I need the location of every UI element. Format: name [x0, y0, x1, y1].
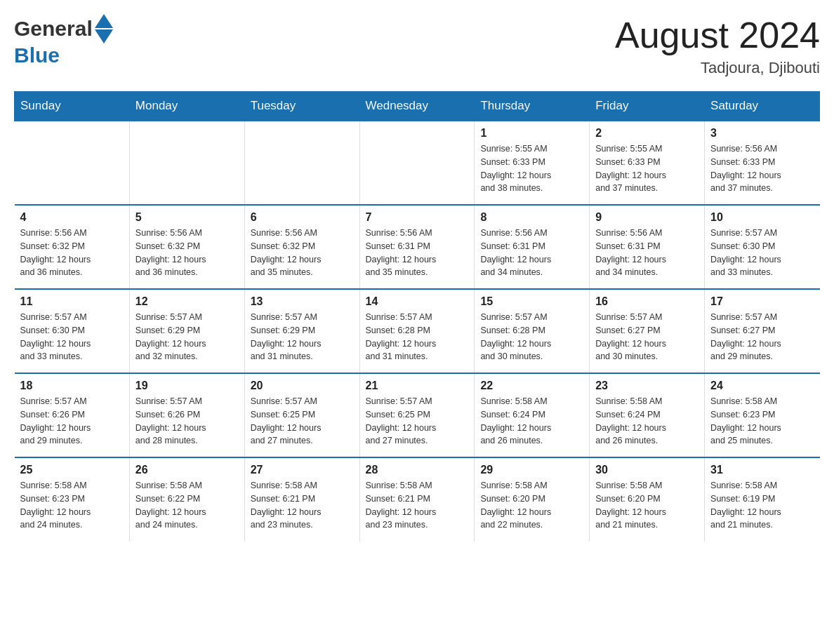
day-cell-19: 19Sunrise: 5:57 AMSunset: 6:26 PMDayligh…	[129, 373, 244, 457]
day-info: Sunrise: 5:57 AMSunset: 6:26 PMDaylight:…	[135, 395, 239, 448]
day-info: Sunrise: 5:57 AMSunset: 6:30 PMDaylight:…	[710, 227, 814, 279]
day-cell-13: 13Sunrise: 5:57 AMSunset: 6:29 PMDayligh…	[244, 289, 359, 373]
day-info: Sunrise: 5:58 AMSunset: 6:24 PMDaylight:…	[595, 395, 699, 448]
day-info: Sunrise: 5:57 AMSunset: 6:27 PMDaylight:…	[710, 311, 814, 363]
day-info: Sunrise: 5:57 AMSunset: 6:26 PMDaylight:…	[20, 395, 124, 448]
day-number: 8	[480, 211, 583, 224]
logo: General Blue	[14, 14, 113, 67]
day-info: Sunrise: 5:56 AMSunset: 6:31 PMDaylight:…	[595, 227, 699, 279]
day-info: Sunrise: 5:57 AMSunset: 6:27 PMDaylight:…	[595, 311, 699, 363]
day-number: 21	[366, 380, 469, 392]
day-cell-24: 24Sunrise: 5:58 AMSunset: 6:23 PMDayligh…	[705, 373, 820, 457]
logo-general-text: General	[14, 17, 93, 41]
calendar-header-row: SundayMondayTuesdayWednesdayThursdayFrid…	[15, 92, 820, 121]
day-info: Sunrise: 5:57 AMSunset: 6:30 PMDaylight:…	[20, 311, 124, 363]
day-cell-26: 26Sunrise: 5:58 AMSunset: 6:22 PMDayligh…	[129, 457, 244, 542]
logo-blue-text: Blue	[14, 43, 60, 67]
day-cell-4: 4Sunrise: 5:56 AMSunset: 6:32 PMDaylight…	[15, 205, 130, 289]
day-cell-6: 6Sunrise: 5:56 AMSunset: 6:32 PMDaylight…	[244, 205, 359, 289]
day-cell-11: 11Sunrise: 5:57 AMSunset: 6:30 PMDayligh…	[15, 289, 130, 373]
day-cell-27: 27Sunrise: 5:58 AMSunset: 6:21 PMDayligh…	[244, 457, 359, 542]
day-cell-21: 21Sunrise: 5:57 AMSunset: 6:25 PMDayligh…	[359, 373, 475, 457]
week-row-1: 1Sunrise: 5:55 AMSunset: 6:33 PMDaylight…	[15, 121, 820, 205]
day-info: Sunrise: 5:55 AMSunset: 6:33 PMDaylight:…	[595, 142, 699, 195]
day-info: Sunrise: 5:55 AMSunset: 6:33 PMDaylight:…	[480, 142, 583, 195]
day-number: 10	[710, 211, 814, 224]
day-info: Sunrise: 5:57 AMSunset: 6:25 PMDaylight:…	[366, 395, 469, 448]
day-cell-10: 10Sunrise: 5:57 AMSunset: 6:30 PMDayligh…	[705, 205, 820, 289]
title-area: August 2024 Tadjoura, Djibouti	[615, 14, 820, 77]
day-cell-empty	[129, 121, 244, 205]
day-cell-12: 12Sunrise: 5:57 AMSunset: 6:29 PMDayligh…	[129, 289, 244, 373]
day-info: Sunrise: 5:58 AMSunset: 6:23 PMDaylight:…	[710, 395, 814, 448]
day-info: Sunrise: 5:56 AMSunset: 6:33 PMDaylight:…	[710, 142, 814, 195]
day-number: 18	[20, 380, 124, 392]
day-info: Sunrise: 5:57 AMSunset: 6:29 PMDaylight:…	[251, 311, 354, 363]
day-info: Sunrise: 5:58 AMSunset: 6:19 PMDaylight:…	[710, 479, 814, 532]
day-cell-empty	[15, 121, 130, 205]
day-cell-15: 15Sunrise: 5:57 AMSunset: 6:28 PMDayligh…	[475, 289, 590, 373]
day-number: 14	[366, 295, 469, 308]
week-row-3: 11Sunrise: 5:57 AMSunset: 6:30 PMDayligh…	[15, 289, 820, 373]
day-number: 17	[710, 295, 814, 308]
day-cell-22: 22Sunrise: 5:58 AMSunset: 6:24 PMDayligh…	[475, 373, 590, 457]
header-monday: Monday	[129, 92, 244, 121]
day-info: Sunrise: 5:57 AMSunset: 6:28 PMDaylight:…	[480, 311, 583, 363]
day-info: Sunrise: 5:56 AMSunset: 6:32 PMDaylight:…	[251, 227, 354, 279]
day-number: 30	[595, 464, 699, 476]
day-cell-17: 17Sunrise: 5:57 AMSunset: 6:27 PMDayligh…	[705, 289, 820, 373]
header-sunday: Sunday	[15, 92, 130, 121]
day-cell-23: 23Sunrise: 5:58 AMSunset: 6:24 PMDayligh…	[590, 373, 705, 457]
day-number: 1	[480, 127, 583, 140]
calendar-table: SundayMondayTuesdayWednesdayThursdayFrid…	[14, 91, 820, 542]
day-number: 27	[251, 464, 354, 476]
day-cell-5: 5Sunrise: 5:56 AMSunset: 6:32 PMDaylight…	[129, 205, 244, 289]
day-cell-3: 3Sunrise: 5:56 AMSunset: 6:33 PMDaylight…	[705, 121, 820, 205]
header-wednesday: Wednesday	[359, 92, 475, 121]
day-number: 11	[20, 295, 124, 308]
day-cell-18: 18Sunrise: 5:57 AMSunset: 6:26 PMDayligh…	[15, 373, 130, 457]
day-number: 5	[135, 211, 239, 224]
day-number: 23	[595, 380, 699, 392]
calendar-subtitle: Tadjoura, Djibouti	[615, 59, 820, 77]
day-number: 25	[20, 464, 124, 476]
day-cell-8: 8Sunrise: 5:56 AMSunset: 6:31 PMDaylight…	[475, 205, 590, 289]
day-cell-2: 2Sunrise: 5:55 AMSunset: 6:33 PMDaylight…	[590, 121, 705, 205]
day-cell-25: 25Sunrise: 5:58 AMSunset: 6:23 PMDayligh…	[15, 457, 130, 542]
header-tuesday: Tuesday	[244, 92, 359, 121]
day-number: 22	[480, 380, 583, 392]
week-row-4: 18Sunrise: 5:57 AMSunset: 6:26 PMDayligh…	[15, 373, 820, 457]
day-number: 3	[710, 127, 814, 140]
day-info: Sunrise: 5:58 AMSunset: 6:21 PMDaylight:…	[366, 479, 469, 532]
header-thursday: Thursday	[475, 92, 590, 121]
day-info: Sunrise: 5:56 AMSunset: 6:31 PMDaylight:…	[366, 227, 469, 279]
calendar-title: August 2024	[615, 14, 820, 56]
day-number: 31	[710, 464, 814, 476]
day-info: Sunrise: 5:56 AMSunset: 6:31 PMDaylight:…	[480, 227, 583, 279]
header-saturday: Saturday	[705, 92, 820, 121]
day-number: 13	[251, 295, 354, 308]
day-cell-1: 1Sunrise: 5:55 AMSunset: 6:33 PMDaylight…	[475, 121, 590, 205]
day-number: 4	[20, 211, 124, 224]
day-cell-16: 16Sunrise: 5:57 AMSunset: 6:27 PMDayligh…	[590, 289, 705, 373]
day-cell-29: 29Sunrise: 5:58 AMSunset: 6:20 PMDayligh…	[475, 457, 590, 542]
day-info: Sunrise: 5:58 AMSunset: 6:24 PMDaylight:…	[480, 395, 583, 448]
day-cell-30: 30Sunrise: 5:58 AMSunset: 6:20 PMDayligh…	[590, 457, 705, 542]
day-cell-20: 20Sunrise: 5:57 AMSunset: 6:25 PMDayligh…	[244, 373, 359, 457]
week-row-2: 4Sunrise: 5:56 AMSunset: 6:32 PMDaylight…	[15, 205, 820, 289]
day-info: Sunrise: 5:56 AMSunset: 6:32 PMDaylight:…	[135, 227, 239, 279]
day-info: Sunrise: 5:58 AMSunset: 6:20 PMDaylight:…	[595, 479, 699, 532]
day-cell-31: 31Sunrise: 5:58 AMSunset: 6:19 PMDayligh…	[705, 457, 820, 542]
day-number: 19	[135, 380, 239, 392]
day-number: 15	[480, 295, 583, 308]
header-friday: Friday	[590, 92, 705, 121]
day-info: Sunrise: 5:58 AMSunset: 6:23 PMDaylight:…	[20, 479, 124, 532]
day-number: 24	[710, 380, 814, 392]
day-info: Sunrise: 5:57 AMSunset: 6:25 PMDaylight:…	[251, 395, 354, 448]
day-number: 6	[251, 211, 354, 224]
day-info: Sunrise: 5:58 AMSunset: 6:21 PMDaylight:…	[251, 479, 354, 532]
day-number: 16	[595, 295, 699, 308]
week-row-5: 25Sunrise: 5:58 AMSunset: 6:23 PMDayligh…	[15, 457, 820, 542]
day-number: 12	[135, 295, 239, 308]
day-info: Sunrise: 5:58 AMSunset: 6:20 PMDaylight:…	[480, 479, 583, 532]
